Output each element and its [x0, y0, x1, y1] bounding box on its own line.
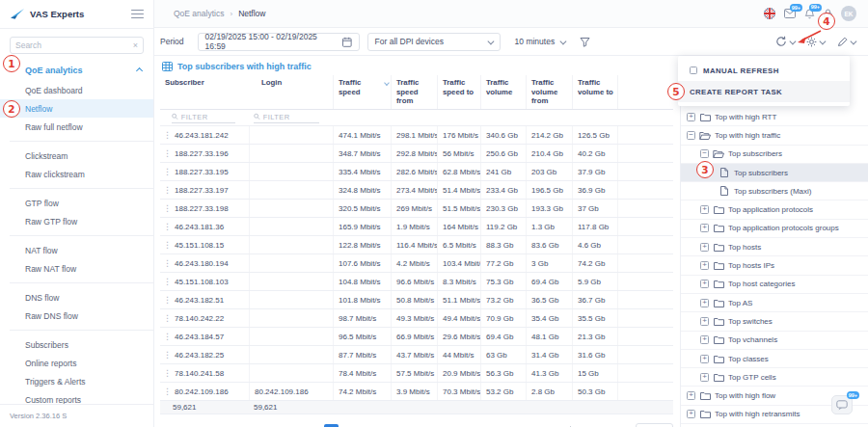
tree-item[interactable]: Top switches — [681, 312, 868, 331]
page-size-select[interactable]: 100 ↓ — [636, 423, 673, 427]
sidebar-item[interactable] — [10, 235, 153, 236]
create-report-task-menu-item[interactable]: CREATE REPORT TASK — [678, 81, 850, 102]
table-row[interactable]: ⋮ 78.140.241.58 78.4 Mbit/s 57.5 Mbit/s … — [160, 364, 673, 383]
sidebar-section-qoe-analytics[interactable]: QoE analytics — [0, 60, 153, 81]
tree-item[interactable]: Top hosts — [681, 238, 868, 256]
row-grip-icon[interactable]: ⋮ — [163, 296, 172, 305]
sidebar-item[interactable]: Subscribers — [0, 335, 153, 354]
user-avatar[interactable]: EK — [841, 6, 856, 21]
period-range-input[interactable]: 02/19/2025 15:00 - 02/19/2025 16:59 — [198, 33, 360, 51]
subscriber-filter-input[interactable] — [181, 113, 235, 121]
row-grip-icon[interactable]: ⋮ — [163, 131, 172, 140]
column-header[interactable]: Traffic volume — [480, 75, 526, 109]
clear-search-icon[interactable]: × — [133, 41, 138, 50]
column-header[interactable]: Traffic speed to — [437, 75, 480, 109]
tree-item[interactable]: Top with high RTT — [681, 108, 868, 126]
sidebar-item[interactable]: Raw DNS flow — [0, 307, 153, 325]
tree-expander-icon[interactable] — [700, 355, 709, 363]
interval-select[interactable]: 10 minutes — [508, 33, 572, 51]
sidebar-item[interactable] — [10, 282, 153, 283]
tree-expander-icon[interactable] — [700, 261, 709, 270]
column-header[interactable]: Traffic speed — [333, 75, 391, 109]
tree-expander-icon[interactable] — [700, 299, 709, 307]
table-row[interactable]: ⋮ 78.140.242.22 98.7 Mbit/s 49.3 Mbit/s … — [160, 309, 673, 328]
login-filter-input[interactable] — [263, 113, 319, 121]
row-grip-icon[interactable]: ⋮ — [163, 278, 172, 286]
sidebar-item[interactable]: Custom reports — [0, 390, 153, 404]
table-row[interactable]: ⋮ 188.227.33.198 320.5 Mbit/s 269 Mbit/s… — [160, 200, 673, 218]
row-grip-icon[interactable]: ⋮ — [163, 186, 172, 195]
messages-button[interactable]: 99+ — [784, 9, 796, 18]
filter-funnel-icon[interactable] — [580, 37, 590, 47]
table-row[interactable]: ⋮ 46.243.182.25 87.7 Mbit/s 43.7 Mbit/s … — [160, 346, 673, 364]
tree-item[interactable]: Top subscribers (Maxi) — [681, 182, 868, 200]
column-header[interactable]: Login — [249, 75, 333, 109]
sidebar-item[interactable]: Raw NAT flow — [0, 259, 153, 278]
tree-expander-icon[interactable] — [700, 149, 709, 158]
column-header[interactable]: Traffic speed from — [391, 75, 437, 109]
tree-expander-icon[interactable] — [700, 335, 709, 344]
row-grip-icon[interactable]: ⋮ — [163, 168, 172, 176]
row-grip-icon[interactable]: ⋮ — [163, 333, 172, 341]
table-row[interactable]: ⋮ 46.243.181.36 165.9 Mbit/s 1.9 Mbit/s … — [160, 218, 673, 236]
row-grip-icon[interactable]: ⋮ — [163, 314, 172, 323]
tree-expander-icon[interactable] — [700, 280, 709, 288]
sidebar-item[interactable]: QoE dashboard — [0, 81, 153, 99]
tree-expander-icon[interactable] — [700, 243, 709, 252]
row-grip-icon[interactable]: ⋮ — [163, 387, 172, 396]
column-header[interactable]: Traffic volume to — [572, 75, 617, 109]
dpi-devices-select[interactable]: For all DPI devices — [367, 33, 501, 51]
row-grip-icon[interactable]: ⋮ — [163, 149, 172, 158]
tree-expander-icon[interactable] — [700, 205, 709, 214]
table-row[interactable]: ⋮ 80.242.109.186 80.242.109.186 74.2 Mbi… — [160, 383, 673, 401]
table-row[interactable]: ⋮ 46.243.180.194 107.6 Mbit/s 4.2 Mbit/s… — [160, 254, 673, 273]
row-grip-icon[interactable]: ⋮ — [163, 204, 172, 213]
tree-expander-icon[interactable] — [687, 113, 695, 121]
table-row[interactable]: ⋮ 46.243.181.242 474.1 Mbit/s 298.1 Mbit… — [160, 126, 673, 145]
sidebar-item[interactable]: DNS flow — [0, 288, 153, 307]
sidebar-item[interactable] — [10, 330, 153, 331]
column-header[interactable]: Subscriber — [160, 75, 249, 109]
language-flag-icon[interactable] — [764, 8, 775, 19]
tree-item[interactable]: Top AS — [681, 294, 868, 312]
tree-expander-icon[interactable] — [700, 373, 709, 382]
notifications-button[interactable]: 99+ — [804, 9, 815, 19]
table-row[interactable]: ⋮ 188.227.33.196 348.7 Mbit/s 292.8 Mbit… — [160, 145, 673, 163]
table-row[interactable]: ⋮ 45.151.108.103 104.8 Mbit/s 96.6 Mbit/… — [160, 273, 673, 291]
sidebar-item[interactable] — [10, 188, 153, 189]
row-grip-icon[interactable]: ⋮ — [163, 259, 172, 268]
tree-item[interactable]: Top application protocols — [681, 200, 868, 219]
search-input[interactable] — [15, 40, 133, 50]
tree-item[interactable]: Top with high traffic — [681, 126, 868, 145]
sidebar-item[interactable]: Clickstream — [0, 147, 153, 165]
manual-refresh-menu-item[interactable]: MANUAL REFRESH — [678, 60, 850, 81]
tree-expander-icon[interactable] — [687, 410, 695, 418]
hamburger-menu-icon[interactable] — [131, 10, 144, 19]
table-row[interactable]: ⋮ 46.243.184.57 96.5 Mbit/s 66.9 Mbit/s … — [160, 328, 673, 346]
table-row[interactable]: ⋮ 188.227.33.195 335.4 Mbit/s 282.6 Mbit… — [160, 163, 673, 181]
tree-expander-icon[interactable] — [687, 391, 695, 400]
row-grip-icon[interactable]: ⋮ — [163, 223, 172, 231]
row-grip-icon[interactable]: ⋮ — [163, 369, 172, 378]
tree-expander-icon[interactable] — [687, 131, 695, 140]
sidebar-item[interactable] — [10, 141, 153, 142]
sidebar-item[interactable]: NAT flow — [0, 241, 153, 259]
row-grip-icon[interactable]: ⋮ — [163, 351, 172, 360]
sidebar-item[interactable]: Triggers & Alerts — [0, 372, 153, 390]
sidebar-item[interactable]: Raw GTP flow — [0, 212, 153, 230]
report-tools-button[interactable] — [837, 37, 855, 47]
breadcrumb-qoe-analytics[interactable]: QoE analytics — [174, 9, 224, 18]
tree-item[interactable]: Top vchannels — [681, 332, 868, 350]
tree-item[interactable]: Top subscribers — [681, 146, 868, 164]
tree-item[interactable]: Top classes — [681, 350, 868, 368]
sidebar-item[interactable]: Raw full netflow — [0, 118, 153, 136]
tree-expander-icon[interactable] — [700, 317, 709, 326]
chat-widget-button[interactable]: 99+ — [831, 395, 853, 414]
sidebar-item[interactable]: GTP flow — [0, 194, 153, 212]
tree-item[interactable]: Top GTP cells — [681, 368, 868, 387]
tree-item[interactable]: Top host categories — [681, 276, 868, 294]
sidebar-item[interactable]: Netflow — [0, 99, 153, 118]
table-row[interactable]: ⋮ 46.243.182.51 101.8 Mbit/s 50.8 Mbit/s… — [160, 291, 673, 309]
tree-item[interactable]: Top hosts IPs — [681, 256, 868, 275]
refresh-button[interactable] — [775, 36, 795, 47]
